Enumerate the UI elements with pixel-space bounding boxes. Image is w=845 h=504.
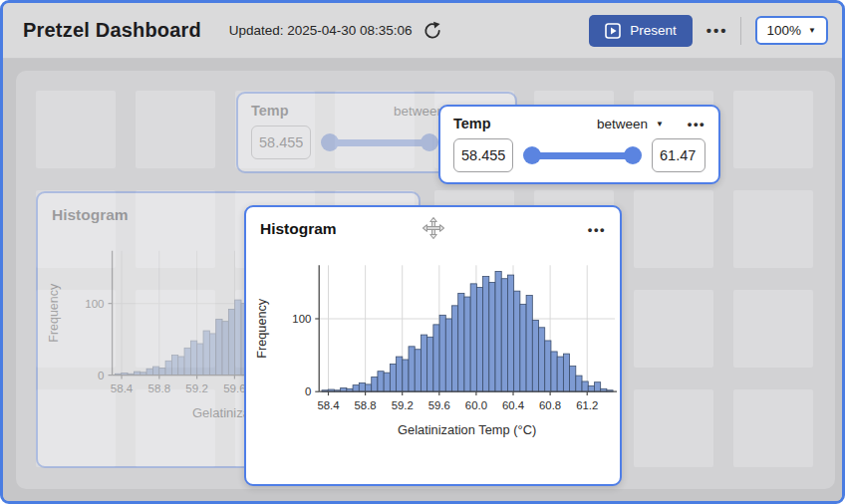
present-button-label: Present xyxy=(630,23,677,38)
histogram-chart: 58.458.859.259.660.060.460.861.20100Gela… xyxy=(246,237,620,482)
range-max-input[interactable] xyxy=(652,138,705,172)
grid-placeholder-cell xyxy=(634,190,713,268)
operator-dropdown[interactable]: between ▼ xyxy=(597,117,664,131)
header-more-button[interactable]: ••• xyxy=(706,22,728,39)
range-slider[interactable] xyxy=(523,146,642,164)
svg-text:0: 0 xyxy=(305,385,311,397)
chevron-down-icon: ▼ xyxy=(656,120,664,128)
grid-placeholder-cell xyxy=(634,290,713,368)
grid-placeholder-cell xyxy=(136,290,215,368)
updated-group: Updated: 2025-04-30 08:35:06 xyxy=(229,21,442,41)
grid-placeholder-cell xyxy=(733,91,813,168)
histogram-widget: Histogram ••• 58.458.85 xyxy=(244,205,622,486)
temp-filter-widget: Temp between ▼ ••• xyxy=(438,105,720,184)
svg-text:Gelatinization Temp (°C): Gelatinization Temp (°C) xyxy=(398,422,536,437)
app-window: Pretzel Dashboard Updated: 2025-04-30 08… xyxy=(0,0,845,504)
temp-widget-header: Temp between ▼ ••• xyxy=(453,116,705,131)
svg-text:100: 100 xyxy=(292,313,311,325)
range-min-input[interactable] xyxy=(453,138,513,172)
grid-placeholder-cell xyxy=(36,389,116,467)
refresh-icon xyxy=(422,21,442,41)
histogram-header: Histogram ••• xyxy=(246,207,620,239)
grid-placeholder-cell xyxy=(733,389,813,467)
svg-text:Frequency: Frequency xyxy=(254,298,269,359)
svg-text:58.8: 58.8 xyxy=(355,399,377,411)
play-icon xyxy=(605,23,621,39)
grid-placeholder-cell xyxy=(136,389,215,467)
refresh-button[interactable] xyxy=(422,21,442,41)
svg-text:58.4: 58.4 xyxy=(317,399,339,411)
grid-placeholder-cell xyxy=(36,290,116,368)
grid-placeholder-cell xyxy=(634,389,713,467)
slider-track[interactable] xyxy=(531,152,634,159)
grid-placeholder-cell xyxy=(335,91,415,168)
slider-handle-min[interactable] xyxy=(523,146,541,164)
temp-widget-controls xyxy=(453,138,705,172)
dashboard-canvas: Temp between ▼ ••• Histogram xyxy=(3,59,842,501)
grid-placeholder-cell xyxy=(733,190,813,268)
grid-placeholder-cell xyxy=(136,190,215,268)
page-title: Pretzel Dashboard xyxy=(23,19,201,42)
svg-text:60.8: 60.8 xyxy=(539,399,561,411)
zoom-level-dropdown[interactable]: 100% ▼ xyxy=(755,16,828,45)
slider-handle-max[interactable] xyxy=(624,146,642,164)
header-divider xyxy=(740,17,741,45)
grid-placeholder-cell xyxy=(733,290,813,368)
updated-timestamp: Updated: 2025-04-30 08:35:06 xyxy=(229,23,413,38)
temp-widget-more-button[interactable]: ••• xyxy=(688,117,705,131)
chevron-down-icon: ▼ xyxy=(808,26,816,35)
svg-text:60.4: 60.4 xyxy=(502,399,524,411)
histogram-more-button[interactable]: ••• xyxy=(588,222,606,237)
grid-placeholder-cell xyxy=(136,91,215,168)
zoom-level-value: 100% xyxy=(767,23,802,38)
header-bar: Pretzel Dashboard Updated: 2025-04-30 08… xyxy=(3,3,842,59)
temp-widget-title: Temp xyxy=(453,116,491,131)
histogram-title: Histogram xyxy=(260,220,337,238)
svg-text:59.6: 59.6 xyxy=(428,399,450,411)
operator-label: between xyxy=(597,117,648,131)
svg-text:60.0: 60.0 xyxy=(465,399,487,411)
grid-placeholder-cell xyxy=(235,91,315,168)
present-button[interactable]: Present xyxy=(589,15,693,47)
grid-placeholder-cell xyxy=(36,91,116,168)
svg-text:59.2: 59.2 xyxy=(392,399,414,411)
grid-placeholder-cell xyxy=(36,190,116,268)
svg-text:61.2: 61.2 xyxy=(576,399,598,411)
